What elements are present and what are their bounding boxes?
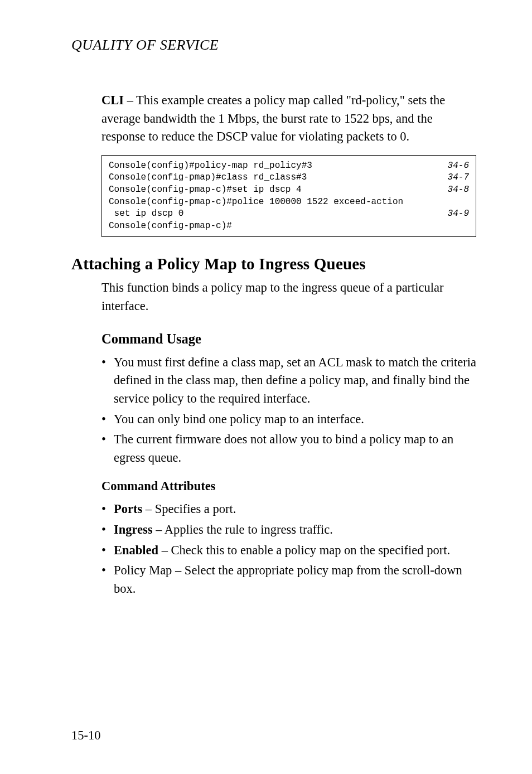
usage-item: The current firmware does not allow you …	[101, 430, 476, 467]
code-text: Console(config)#policy-map rd_policy#3	[109, 160, 312, 172]
body-indent: CLI – This example creates a policy map …	[101, 91, 476, 237]
attr-desc: – Applies the rule to ingress traffic.	[153, 523, 333, 536]
code-text: Console(config-pmap)#class rd_class#3	[109, 172, 307, 184]
code-ref	[456, 220, 469, 233]
running-head-text: QUALITY OF SERVICE	[71, 37, 219, 53]
page: QUALITY OF SERVICE CLI – This example cr…	[0, 0, 532, 774]
code-text: set ip dscp 0	[109, 208, 183, 220]
usage-item: You must first define a class map, set a…	[101, 354, 476, 408]
code-line: Console(config-pmap)#class rd_class#334-…	[109, 172, 469, 184]
page-number: 15-10	[71, 728, 101, 743]
code-block: Console(config)#policy-map rd_policy#334…	[101, 155, 476, 238]
cli-intro-para: CLI – This example creates a policy map …	[101, 91, 476, 146]
command-attributes-heading: Command Attributes	[101, 479, 476, 494]
code-line: Console(config)#policy-map rd_policy#334…	[109, 160, 469, 172]
attrs-item: Enabled – Check this to enable a policy …	[101, 541, 476, 560]
section-body: This function binds a policy map to the …	[101, 279, 476, 598]
attr-desc: – Specifies a port.	[142, 502, 236, 516]
code-line: Console(config-pmap-c)#set ip dscp 434-8	[109, 184, 469, 196]
code-text: Console(config-pmap-c)#set ip dscp 4	[109, 184, 302, 196]
code-text: Console(config-pmap-c)#police 100000 152…	[109, 196, 403, 209]
usage-list: You must first define a class map, set a…	[101, 354, 476, 467]
attr-term: Enabled	[114, 543, 158, 557]
section-intro: This function binds a policy map to the …	[101, 279, 476, 315]
code-text: Console(config-pmap-c)#	[109, 220, 232, 233]
code-ref	[456, 196, 469, 209]
code-line: Console(config-pmap-c)#	[109, 220, 469, 233]
attrs-item: Ingress – Applies the rule to ingress tr…	[101, 521, 476, 539]
attr-desc: Policy Map – Select the appropriate poli…	[114, 563, 462, 596]
code-ref: 34-8	[434, 184, 469, 196]
command-usage-heading: Command Usage	[101, 331, 476, 347]
section-heading: Attaching a Policy Map to Ingress Queues	[71, 255, 476, 273]
usage-item: You can only bind one policy map to an i…	[101, 410, 476, 429]
code-ref: 34-6	[434, 160, 469, 172]
attr-term: Ingress	[114, 523, 153, 536]
attr-desc: – Check this to enable a policy map on t…	[158, 543, 450, 557]
running-head: QUALITY OF SERVICE	[71, 37, 476, 54]
cli-rest: – This example creates a policy map call…	[101, 93, 445, 143]
code-line: set ip dscp 034-9	[109, 208, 469, 220]
code-ref: 34-7	[434, 172, 469, 184]
attrs-item: Policy Map – Select the appropriate poli…	[101, 562, 476, 598]
attr-term: Ports	[114, 502, 142, 516]
code-ref: 34-9	[434, 208, 469, 220]
attrs-item: Ports – Specifies a port.	[101, 500, 476, 519]
code-line: Console(config-pmap-c)#police 100000 152…	[109, 196, 469, 209]
attrs-list: Ports – Specifies a port. Ingress – Appl…	[101, 500, 476, 598]
cli-lead: CLI	[101, 93, 124, 107]
